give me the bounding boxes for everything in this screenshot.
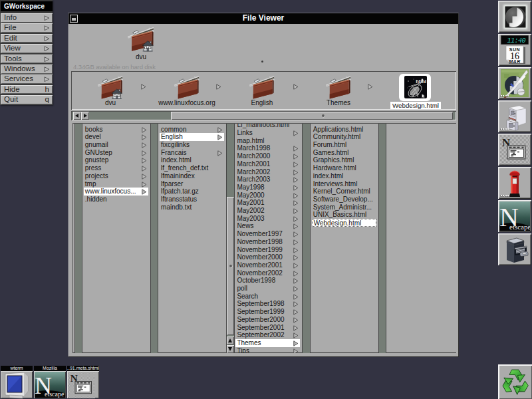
svg-text:11:40: 11:40 — [507, 37, 525, 45]
svg-text:html: html — [416, 78, 426, 84]
svg-text:MAR: MAR — [509, 59, 520, 64]
svg-text:etscape: etscape — [509, 223, 530, 231]
svg-text:etscape: etscape — [45, 390, 65, 398]
